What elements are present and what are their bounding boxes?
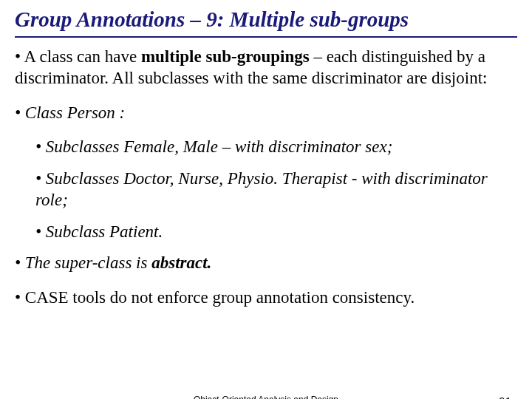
sub-bullet-2: • Subclasses Doctor, Nurse, Physio. Ther… [35,168,517,211]
page-number: 91 [499,395,511,399]
sub-bullet-1: • Subclasses Female, Male – with discrim… [35,137,517,158]
bullet-3-pre: • The super-class is [15,253,151,272]
bullet-1-bold: multiple sub-groupings [141,47,310,66]
bullet-3: • The super-class is abstract. [15,253,517,274]
bullet-3-bold: abstract. [151,253,211,272]
bullet-4: • CASE tools do not enforce group annota… [15,287,517,309]
bullet-2: • Class Person : [15,103,517,124]
slide: Group Annotations – 9: Multiple sub-grou… [0,0,532,399]
slide-title: Group Annotations – 9: Multiple sub-grou… [15,6,517,38]
bullet-1: • A class can have multiple sub-grouping… [15,47,517,89]
bullet-1-pre: • A class can have [15,47,141,66]
footer-center-text: Object-Oriented Analysis and Design [194,395,338,399]
sub-bullet-3: • Subclass Patient. [35,222,517,243]
